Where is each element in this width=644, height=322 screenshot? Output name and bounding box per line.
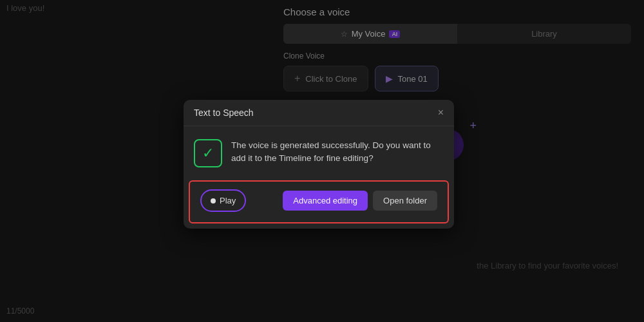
modal-close-button[interactable]: × (438, 108, 444, 118)
open-folder-button[interactable]: Open folder (373, 191, 437, 211)
modal-title: Text to Speech (194, 108, 254, 118)
check-icon: ✓ (202, 145, 214, 162)
play-button-label: Play (220, 196, 236, 205)
modal-footer: Play Advanced editing Open folder (189, 180, 449, 223)
play-button[interactable]: Play (200, 189, 246, 212)
modal-dialog: Text to Speech × ✓ The voice is generate… (184, 100, 454, 229)
success-icon-container: ✓ (194, 139, 222, 167)
modal-message: The voice is generated successfully. Do … (231, 139, 444, 166)
modal-header: Text to Speech × (184, 100, 454, 126)
modal-body: ✓ The voice is generated successfully. D… (184, 126, 454, 180)
play-dot-icon (211, 198, 216, 204)
advanced-editing-button[interactable]: Advanced editing (283, 191, 368, 211)
